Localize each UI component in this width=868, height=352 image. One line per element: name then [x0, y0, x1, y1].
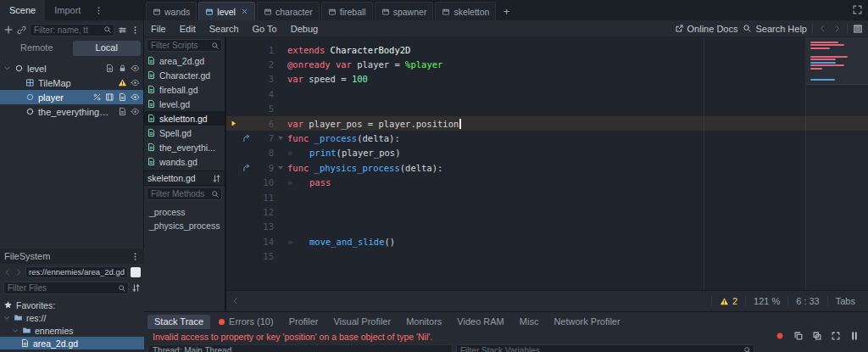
scene-dock-menu-icon[interactable]	[90, 6, 107, 15]
scene-tab-character[interactable]: character	[257, 2, 320, 20]
debugger-tab-profiler[interactable]: Profiler	[282, 315, 326, 329]
history-forward-icon[interactable]	[14, 268, 23, 277]
skip-breakpoints-icon[interactable]	[775, 331, 785, 341]
sort-files-icon[interactable]	[131, 283, 141, 293]
eye-icon[interactable]	[131, 64, 140, 73]
debugger-tab-monitors[interactable]: Monitors	[399, 315, 448, 329]
debugger-tab-visual-profiler[interactable]: Visual Profiler	[326, 315, 398, 329]
code-line-14[interactable]: 14»move_and_slide()	[226, 234, 868, 249]
instance-scene-icon[interactable]	[17, 25, 26, 35]
scene-tab-fireball[interactable]: fireball	[321, 2, 373, 20]
menu-item-edit[interactable]: Edit	[173, 20, 203, 37]
script-item-area-2d-gd[interactable]: area_2d.gd	[144, 53, 225, 68]
code-editor[interactable]: 1extends CharacterBody2D2@onready var pl…	[226, 37, 868, 290]
scene-tab-wands[interactable]: wands	[146, 2, 197, 20]
code-line-10[interactable]: 10»pass	[226, 176, 868, 190]
menu-item-file[interactable]: File	[144, 20, 173, 37]
method-item-physics-process[interactable]: _physics_process	[144, 219, 225, 232]
fs-item-res[interactable]: res://	[0, 311, 144, 324]
code-line-4[interactable]: 4	[226, 87, 868, 101]
filter-options-icon[interactable]	[118, 25, 127, 35]
scene-tab-skeletton[interactable]: skeletton	[435, 2, 496, 20]
scripts-panel-toggle-icon[interactable]	[853, 24, 863, 34]
tab-scene[interactable]: Scene	[0, 0, 45, 20]
debugger-tab-network-profiler[interactable]: Network Profiler	[547, 315, 626, 329]
code-line-15[interactable]: 15	[226, 249, 868, 263]
scene-tab-level[interactable]: level	[198, 2, 255, 20]
code-line-13[interactable]: 13	[226, 220, 868, 234]
filesystem-menu-icon[interactable]	[131, 252, 140, 261]
script-history-back-icon[interactable]	[818, 24, 827, 33]
expand-arrow-icon[interactable]	[12, 327, 19, 334]
distraction-free-icon[interactable]	[852, 4, 863, 15]
remote-button[interactable]: Remote	[3, 41, 71, 56]
hscroll-left-icon[interactable]	[231, 297, 240, 305]
script-item-spell-gd[interactable]: Spell.gd	[144, 126, 225, 140]
eye-icon[interactable]	[131, 78, 140, 87]
thread-selector[interactable]: Thread: Main Thread	[147, 344, 453, 352]
zoom-level[interactable]: 121 %	[745, 296, 787, 306]
expand-panel-icon[interactable]	[831, 331, 841, 341]
code-line-8[interactable]: 8»print(player_pos)	[226, 146, 868, 160]
script-icon[interactable]	[105, 64, 114, 73]
warning-icon[interactable]	[118, 78, 127, 87]
debugger-tab-video-ram[interactable]: Video RAM	[450, 315, 510, 329]
online-docs-button[interactable]: Online Docs	[675, 24, 738, 34]
script-item-character-gd[interactable]: Character.gd	[144, 68, 225, 82]
percent-icon[interactable]	[92, 92, 102, 102]
add-scene-tab-button[interactable]: +	[498, 2, 515, 20]
fs-item-favorites[interactable]: Favorites:	[0, 299, 144, 311]
scene-node-the-everything-s[interactable]: the_everything_s...	[0, 104, 143, 119]
breadcrumb[interactable]: res://ennemies/area_2d.gd	[25, 266, 128, 278]
copy-error-icon[interactable]	[793, 331, 804, 341]
execution-arrow-icon[interactable]	[226, 120, 240, 127]
eye-icon[interactable]	[131, 107, 140, 116]
scene-tree-menu-icon[interactable]	[131, 25, 140, 35]
code-line-1[interactable]: 1extends CharacterBody2D	[226, 42, 868, 57]
eye-icon[interactable]	[131, 92, 140, 102]
code-line-6[interactable]: 6var player_pos = player.position	[226, 116, 868, 131]
filesystem-filter-input[interactable]	[3, 282, 129, 294]
local-button[interactable]: Local	[73, 41, 142, 56]
add-node-icon[interactable]	[3, 25, 14, 35]
fold-arrow-icon[interactable]	[278, 166, 283, 170]
script-history-forward-icon[interactable]	[832, 24, 842, 33]
code-line-12[interactable]: 12	[226, 204, 868, 219]
toggle-split-mode-icon[interactable]	[131, 267, 141, 277]
script-item-level-gd[interactable]: level.gd	[144, 97, 225, 111]
scene-node-player[interactable]: player	[0, 90, 143, 104]
script-item-fireball-gd[interactable]: fireball.gd	[144, 82, 225, 97]
step-over-icon[interactable]	[812, 331, 822, 341]
break-icon[interactable]	[849, 331, 860, 341]
filter-stack-variables-input[interactable]	[456, 344, 754, 352]
menu-item-debug[interactable]: Debug	[284, 20, 325, 37]
scene-node-level[interactable]: level	[0, 61, 143, 75]
scene-tab-spawner[interactable]: spawner	[375, 2, 434, 20]
menu-item-go-to[interactable]: Go To	[246, 20, 284, 37]
debugger-tab-errors-10[interactable]: Errors (10)	[212, 315, 281, 329]
search-help-button[interactable]: Search Help	[743, 24, 807, 34]
debugger-tab-misc[interactable]: Misc	[513, 315, 546, 329]
script-item-wands-gd[interactable]: wands.gd	[144, 154, 225, 169]
menu-item-search[interactable]: Search	[203, 20, 246, 37]
close-tab-icon[interactable]	[241, 8, 248, 15]
indent-type-button[interactable]: Tabs	[827, 296, 863, 306]
script-icon[interactable]	[118, 107, 127, 116]
script-icon[interactable]	[118, 92, 127, 102]
debugger-tab-stack-trace[interactable]: Stack Trace	[147, 315, 210, 329]
script-item-skeletton-gd[interactable]: skeletton.gd	[144, 111, 225, 126]
film-icon[interactable]	[105, 92, 114, 102]
expand-arrow-icon[interactable]	[3, 64, 11, 72]
code-line-11[interactable]: 11	[226, 190, 868, 204]
expand-arrow-icon[interactable]	[3, 315, 10, 321]
history-back-icon[interactable]	[3, 268, 12, 277]
fs-item-ennemies[interactable]: ennemies	[0, 324, 144, 337]
current-script-row[interactable]: skeletton.gd	[144, 170, 225, 186]
scene-filter-input[interactable]	[30, 24, 114, 36]
fold-arrow-icon[interactable]	[278, 137, 283, 140]
lock-icon[interactable]	[118, 64, 127, 73]
code-line-9[interactable]: 9func _physics_process(delta):	[226, 160, 868, 175]
code-line-2[interactable]: 2@onready var player = %player	[226, 57, 868, 71]
tab-import[interactable]: Import	[45, 0, 90, 20]
fs-item-area-2d-gd[interactable]: area_2d.gd	[0, 337, 144, 349]
